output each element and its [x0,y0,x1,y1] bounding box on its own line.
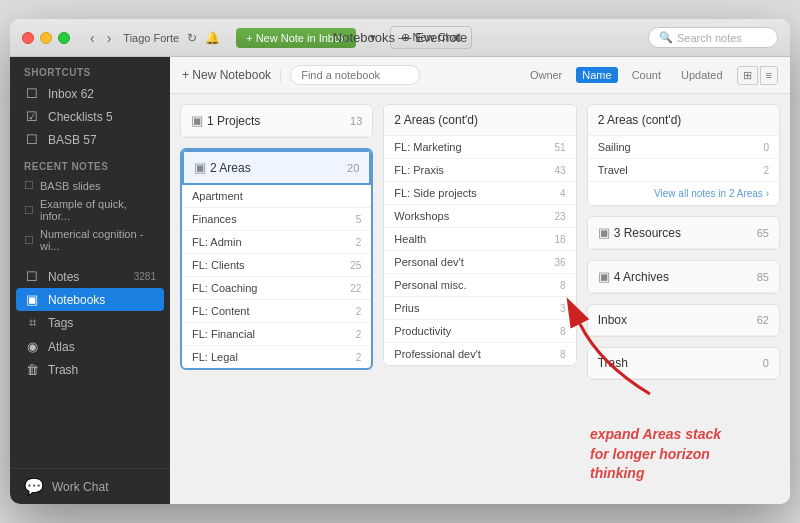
notebook-row[interactable]: Productivity8 [384,320,575,343]
recent-item-basb-slides[interactable]: ☐ BASB slides [10,176,170,195]
notebook-card-archives: ▣ 4 Archives 85 [587,260,780,294]
notebook-header-areas-cont[interactable]: 2 Areas (cont'd) [384,105,575,136]
recent-item-quick[interactable]: ☐ Example of quick, infor... [10,195,170,225]
notebook-row[interactable]: FL: Clients25 [182,254,371,277]
sidebar-label: Checklists 5 [48,110,113,124]
notebook-row[interactable]: FL: Admin2 [182,231,371,254]
app-body: Shortcuts ☐ Inbox 62 ☑ Checklists 5 ☐ BA… [10,57,790,504]
notebook-row[interactable]: FL: Marketing51 [384,136,575,159]
sidebar-item-inbox[interactable]: ☐ Inbox 62 [10,82,170,105]
sidebar-item-trash[interactable]: 🗑 Trash [10,358,170,381]
notebook-count-archives: 85 [757,271,769,283]
recent-item-numerical[interactable]: ☐ Numerical cognition - wi... [10,225,170,255]
notebook-header-archives[interactable]: ▣ 4 Archives 85 [588,261,779,293]
notebook-card-trash: Trash 0 [587,347,780,380]
sidebar-item-checklists[interactable]: ☑ Checklists 5 [10,105,170,128]
list-view-button[interactable]: ≡ [760,66,778,85]
notebook-count-resources: 65 [757,227,769,239]
main-content: + New Notebook | Owner Name Count Update… [170,57,790,504]
sort-name[interactable]: Name [576,67,617,83]
notebook-row[interactable]: Personal misc.8 [384,274,575,297]
tags-icon: ⌗ [24,315,40,331]
notebook-row[interactable]: FL: Content2 [182,300,371,323]
column-3: 2 Areas (cont'd) Sailing0 Travel2 View a… [587,104,780,380]
notebook-header-areas-cont2[interactable]: 2 Areas (cont'd) [588,105,779,136]
notebook-card-areas-cont: 2 Areas (cont'd) FL: Marketing51 FL: Pra… [383,104,576,366]
search-box[interactable]: 🔍 Search notes [648,27,778,48]
notebook-title-archives: 4 Archives [614,270,757,284]
sidebar-item-notebooks[interactable]: ▣ Notebooks [16,288,164,311]
sidebar: Shortcuts ☐ Inbox 62 ☑ Checklists 5 ☐ BA… [10,57,170,504]
stack-icon-areas: ▣ [194,160,206,175]
basb-icon: ☐ [24,132,40,147]
stack-icon-resources: ▣ [598,225,610,240]
traffic-lights [22,32,70,44]
notebook-row[interactable]: FL: Coaching22 [182,277,371,300]
search-placeholder: Search notes [677,32,742,44]
notebook-row[interactable]: Health18 [384,228,575,251]
notebook-title-projects: 1 Projects [207,114,350,128]
titlebar: ‹ › Tiago Forte ↻ 🔔 + New Note in Inbox … [10,19,790,57]
note-icon: ☐ [24,234,34,247]
close-button[interactable] [22,32,34,44]
notebook-row[interactable]: Professional dev't8 [384,343,575,365]
notebook-title-areas-cont: 2 Areas (cont'd) [394,113,565,127]
notebook-row[interactable]: Personal dev't36 [384,251,575,274]
search-icon: 🔍 [659,31,673,44]
notebook-row[interactable]: FL: Side projects4 [384,182,575,205]
shortcuts-title: Shortcuts [10,57,170,82]
notebook-count-projects: 13 [350,115,362,127]
main-toolbar: + New Notebook | Owner Name Count Update… [170,57,790,94]
note-icon: ☐ [24,204,34,217]
notebook-header-trash[interactable]: Trash 0 [588,348,779,379]
window-title: Notebooks — Evernote [333,30,467,45]
notebook-title-trash: Trash [598,356,763,370]
sidebar-item-basb[interactable]: ☐ BASB 57 [10,128,170,151]
chat-icon: 💬 [24,477,44,496]
forward-button[interactable]: › [103,28,116,48]
sidebar-item-tags[interactable]: ⌗ Tags [10,311,170,335]
sidebar-item-atlas[interactable]: ◉ Atlas [10,335,170,358]
refresh-icon[interactable]: ↻ [187,31,197,45]
bell-icon[interactable]: 🔔 [205,31,220,45]
new-notebook-button[interactable]: + New Notebook [182,68,271,82]
notebook-row[interactable]: Apartment [182,185,371,208]
notebook-card-projects: ▣ 1 Projects 13 [180,104,373,138]
user-label: Tiago Forte [123,32,179,44]
maximize-button[interactable] [58,32,70,44]
notes-icon: ☐ [24,269,40,284]
nav-controls: ‹ › Tiago Forte ↻ 🔔 [86,28,220,48]
view-all-link[interactable]: View all notes in 2 Areas › [588,181,779,205]
sort-updated[interactable]: Updated [675,67,729,83]
minimize-button[interactable] [40,32,52,44]
notebook-card-inbox: Inbox 62 [587,304,780,337]
notebook-row[interactable]: Sailing0 [588,136,779,159]
notebook-header-areas[interactable]: ▣ 2 Areas 20 [182,150,371,185]
notebook-row[interactable]: FL: Legal2 [182,346,371,368]
notebook-title-areas: 2 Areas [210,161,347,175]
notebook-header-resources[interactable]: ▣ 3 Resources 65 [588,217,779,249]
notebook-header-projects[interactable]: ▣ 1 Projects 13 [181,105,372,137]
atlas-icon: ◉ [24,339,40,354]
notebook-header-inbox[interactable]: Inbox 62 [588,305,779,336]
notebook-row[interactable]: Travel2 [588,159,779,181]
notebook-row[interactable]: FL: Praxis43 [384,159,575,182]
back-button[interactable]: ‹ [86,28,99,48]
work-chat-button[interactable]: 💬 Work Chat [10,468,170,504]
notebook-count-inbox: 62 [757,314,769,326]
recent-title: Recent Notes [10,151,170,176]
find-notebook-input[interactable] [290,65,420,85]
notebook-row[interactable]: Prius3 [384,297,575,320]
notebook-row[interactable]: FL: Financial2 [182,323,371,346]
notebook-count-areas: 20 [347,162,359,174]
notebook-row[interactable]: Finances5 [182,208,371,231]
grid-view-button[interactable]: ⊞ [737,66,758,85]
notebook-card-areas: ▣ 2 Areas 20 Apartment Finances5 FL: Adm… [180,148,373,370]
sort-controls: Owner Name Count Updated ⊞ ≡ [524,66,778,85]
note-icon: ☐ [24,179,34,192]
sort-count[interactable]: Count [626,67,667,83]
sort-owner[interactable]: Owner [524,67,568,83]
notebook-row[interactable]: Workshops23 [384,205,575,228]
notebook-card-areas-cont2: 2 Areas (cont'd) Sailing0 Travel2 View a… [587,104,780,206]
sidebar-item-notes[interactable]: ☐ Notes 3281 [10,265,170,288]
